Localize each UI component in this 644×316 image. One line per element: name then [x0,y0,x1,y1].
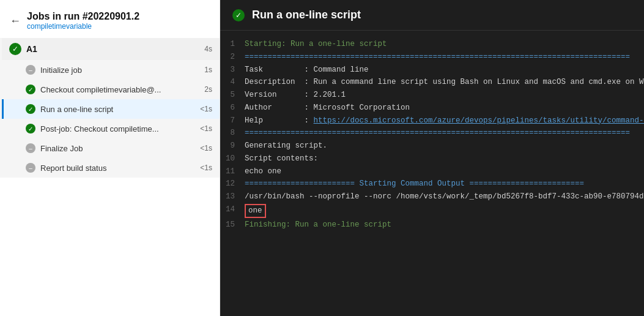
line-content: ======================== Starting Comman… [245,178,584,190]
log-header: Run a one-line script [220,0,644,31]
line-number: 1 [220,39,245,50]
line-content: /usr/bin/bash --noprofile --norc /home/v… [245,191,644,203]
step-time: <1s [200,105,212,113]
step-name: Checkout compiletimevariable@... [40,85,199,94]
step-item-post-checkout[interactable]: Post-job: Checkout compiletime...<1s [2,119,220,138]
step-grey-icon [26,163,35,173]
job-group-name: A1 [26,44,199,54]
help-link[interactable]: https://docs.microsoft.com/azure/devops/… [314,116,644,125]
line-number: 11 [220,166,245,178]
job-group-time: 4s [204,45,212,53]
step-grey-icon [26,143,35,153]
line-content: Help : https://docs.microsoft.com/azure/… [245,115,644,127]
log-line: 8=======================================… [220,127,644,140]
line-number: 2 [220,51,245,63]
log-container[interactable]: 1Starting: Run a one-line script2=======… [220,31,644,316]
log-line: 5Version : 2.201.1 [220,89,644,102]
log-line: 3Task : Command line [220,64,644,77]
step-item-checkout[interactable]: Checkout compiletimevariable@...2s [2,80,220,99]
line-content: Task : Command line [245,64,369,76]
log-line: 11echo one [220,165,644,178]
line-content: echo one [245,166,281,178]
job-group-header[interactable]: A1 4s [2,38,220,60]
step-item-report-build[interactable]: Report build status<1s [2,158,220,178]
step-grey-icon [26,65,35,75]
output-value: one [245,204,266,218]
line-content: Starting: Run a one-line script [245,39,387,50]
task-status-icon [232,9,245,21]
line-content: Description : Run a command line script … [245,77,644,88]
step-success-icon [26,85,35,94]
line-number: 13 [220,191,245,203]
step-name: Run a one-line script [40,105,195,114]
log-line: 4Description : Run a command line script… [220,76,644,89]
step-item-init[interactable]: Initialize job1s [2,60,220,80]
line-number: 7 [220,115,245,127]
log-line: 13/usr/bin/bash --noprofile --norc /home… [220,190,644,203]
log-line: 7Help : https://docs.microsoft.com/azure… [220,115,644,127]
left-panel: ← Jobs in run #20220901.2 compiletimevar… [0,0,220,316]
task-title: Run a one-line script [252,9,361,21]
line-number: 15 [220,219,245,231]
log-line: 12======================== Starting Comm… [220,178,644,190]
header-title-group: Jobs in run #20220901.2 compiletimevaria… [27,11,139,31]
step-item-run-script[interactable]: Run a one-line script<1s [2,99,220,119]
step-time: <1s [200,144,212,152]
log-line: 2=======================================… [220,51,644,64]
line-content: Finishing: Run a one-line script [245,219,391,231]
pipeline-subtitle[interactable]: compiletimevariable [27,22,139,31]
line-number: 4 [220,77,245,88]
line-content: Script contents: [245,153,318,165]
line-number: 14 [220,204,245,218]
right-panel: Run a one-line script 1Starting: Run a o… [220,0,644,316]
left-header: ← Jobs in run #20220901.2 compiletimevar… [0,0,220,33]
job-group-a1: A1 4s Initialize job1sCheckout compileti… [0,38,220,178]
log-lines: 1Starting: Run a one-line script2=======… [220,38,644,231]
log-line: 10Script contents: [220,152,644,165]
step-time: 1s [204,66,212,74]
line-number: 5 [220,89,245,101]
step-name: Initialize job [40,66,199,75]
line-number: 3 [220,64,245,76]
page-title: Jobs in run #20220901.2 [27,11,139,22]
line-content: Generating script. [245,140,327,152]
step-name: Report build status [40,164,195,173]
step-success-icon [26,124,35,134]
steps-container: Initialize job1sCheckout compiletimevari… [2,60,220,178]
line-number: 10 [220,153,245,165]
line-content: ========================================… [245,127,630,139]
job-list: A1 4s Initialize job1sCheckout compileti… [0,33,220,182]
step-time: <1s [200,124,212,133]
step-name: Finalize Job [40,144,195,153]
line-content: ========================================… [245,51,630,63]
log-line: 1Starting: Run a one-line script [220,38,644,51]
log-line: 6Author : Microsoft Corporation [220,102,644,115]
step-name: Post-job: Checkout compiletime... [40,124,195,134]
step-time: 2s [204,85,212,94]
line-content: Author : Microsoft Corporation [245,102,410,114]
line-number: 6 [220,102,245,114]
line-content: one [245,204,266,218]
step-time: <1s [200,164,212,172]
line-number: 9 [220,140,245,152]
log-line: 15Finishing: Run a one-line script [220,219,644,231]
line-number: 12 [220,178,245,190]
log-line: 14one [220,203,644,219]
line-number: 8 [220,127,245,139]
step-item-finalize[interactable]: Finalize Job<1s [2,138,220,158]
back-button[interactable]: ← [10,15,21,28]
log-line: 9Generating script. [220,140,644,152]
job-status-icon [9,43,21,55]
line-content: Version : 2.201.1 [245,89,346,101]
step-success-icon [26,104,35,114]
